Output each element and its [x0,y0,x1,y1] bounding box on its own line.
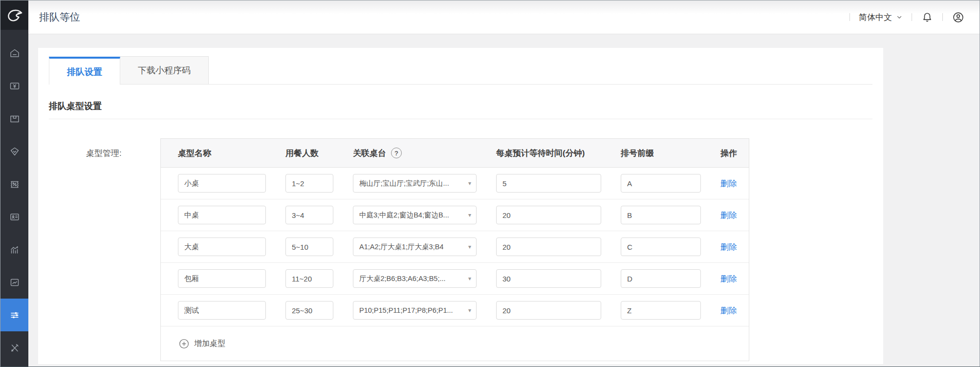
linked-tables-value: A1;A2;厅大桌1;厅大桌3;B4 [359,242,443,252]
add-table-type-button[interactable]: 增加桌型 [161,326,749,361]
sidebar-item-coupon[interactable] [0,168,28,200]
table-types-table: 桌型名称 用餐人数 关联桌台 ? 每桌预计等待时间(分钟) 排号前缀 操作 [160,138,749,361]
table-row: P10;P15;P11;P17;P8;P6;P1... ▾ 删除 [161,295,749,326]
people-count-input[interactable] [285,174,333,193]
people-count-input[interactable] [285,237,333,256]
main-area: 排队等位 简体中文 [28,0,980,367]
linked-tables-select[interactable]: P10;P15;P11;P17;P8;P6;P1... ▾ [353,301,477,320]
money-icon [9,80,21,92]
wait-time-input[interactable] [496,301,601,320]
help-icon[interactable]: ? [391,148,402,158]
coupon-icon [9,178,21,190]
home-icon [9,47,21,59]
id-card-icon [9,211,21,223]
tab-download-miniprogram-code[interactable]: 下载小程序码 [120,56,209,84]
sidebar-item-reports[interactable] [0,266,28,299]
table-type-name-input[interactable] [178,237,266,256]
people-count-input[interactable] [285,301,333,320]
sidebar-item-home[interactable] [0,37,28,69]
delete-link[interactable]: 删除 [720,241,750,253]
linked-tables-value: 厅大桌2;B6;B3;A6;A3;B5;... [359,274,446,283]
sidebar-item-goods[interactable] [0,102,28,135]
table-type-name-input[interactable] [178,301,266,320]
content-panel: 排队设置 下载小程序码 排队桌型设置 桌型管理: 桌型名称 用餐人数 [38,48,883,364]
language-selector[interactable]: 简体中文 [859,12,903,23]
table-type-management: 桌型管理: 桌型名称 用餐人数 关联桌台 ? 每桌预计等待时间(分钟) 排号前缀… [49,138,872,361]
col-header-prefix: 排号前缀 [621,148,701,159]
wait-time-input[interactable] [496,269,601,288]
col-header-tables-label: 关联桌台 [353,148,386,159]
sidebar-item-finance[interactable] [0,69,28,102]
table-row: A1;A2;厅大桌1;厅大桌3;B4 ▾ 删除 [161,231,749,263]
header-actions: 简体中文 [849,11,965,24]
table-row: 厅大桌2;B6;B3;A6;A3;B5;... ▾ 删除 [161,263,749,295]
sidebar-item-staff[interactable] [0,200,28,233]
divider [849,13,850,21]
brand-logo-icon [5,7,24,23]
prefix-input[interactable] [621,174,701,193]
wait-time-input[interactable] [496,206,601,224]
manage-label: 桌型管理: [86,138,160,361]
linked-tables-select[interactable]: 中庭3;中庭2;窗边B4;窗边B... ▾ [353,206,477,224]
analytics-icon [9,244,21,256]
prefix-input[interactable] [621,301,701,320]
delete-link[interactable]: 删除 [720,305,750,316]
table-type-name-input[interactable] [178,269,266,288]
linked-tables-select[interactable]: 梅山厅;宝山厅;宝武厅;东山... ▾ [353,174,477,193]
notifications-button[interactable] [921,11,934,23]
delete-link[interactable]: 删除 [720,273,750,284]
prefix-input[interactable] [621,269,701,288]
brand-logo[interactable] [0,0,28,30]
top-header: 排队等位 简体中文 [28,0,980,34]
col-header-tables: 关联桌台 ? [353,148,477,159]
table-header-row: 桌型名称 用餐人数 关联桌台 ? 每桌预计等待时间(分钟) 排号前缀 操作 [161,139,749,168]
wait-time-input[interactable] [496,237,601,256]
chevron-down-icon [896,14,903,21]
content-area: 排队设置 下载小程序码 排队桌型设置 桌型管理: 桌型名称 用餐人数 [28,34,980,367]
avatar-icon [952,11,965,24]
sidebar-item-membership[interactable] [0,135,28,168]
report-icon [9,277,21,288]
sliders-icon [9,309,21,321]
col-header-action: 操作 [720,148,750,159]
add-table-type-label: 增加桌型 [194,339,225,349]
linked-tables-value: 梅山厅;宝山厅;宝武厅;东山... [359,179,449,188]
language-label: 简体中文 [859,12,892,23]
section-title: 排队桌型设置 [49,100,872,112]
account-button[interactable] [952,11,965,24]
tab-queue-settings[interactable]: 排队设置 [49,57,120,85]
linked-tables-select[interactable]: A1;A2;厅大桌1;厅大桌3;B4 ▾ [353,237,477,256]
bell-icon [921,11,934,23]
tab-label: 下载小程序码 [138,65,191,76]
prefix-input[interactable] [621,206,701,224]
table-row: 梅山厅;宝山厅;宝武厅;东山... ▾ 删除 [161,168,749,199]
col-header-people: 用餐人数 [285,148,333,159]
delete-link[interactable]: 删除 [720,178,750,189]
linked-tables-value: P10;P15;P11;P17;P8;P6;P1... [359,306,453,314]
table-type-name-input[interactable] [178,174,266,193]
col-header-name: 桌型名称 [178,148,266,159]
select-caret-icon: ▾ [468,275,471,282]
people-count-input[interactable] [285,206,333,224]
people-count-input[interactable] [285,269,333,288]
wait-time-input[interactable] [496,174,601,193]
tab-bar: 排队设置 下载小程序码 [49,56,872,85]
divider [942,13,943,21]
page-title: 排队等位 [39,10,80,24]
divider [912,13,912,21]
plus-circle-icon [179,339,189,349]
divider [49,119,872,119]
linked-tables-select[interactable]: 厅大桌2;B6;B3;A6;A3;B5;... ▾ [353,269,477,288]
tab-label: 排队设置 [67,66,102,78]
sidebar-item-tools[interactable] [0,331,28,364]
sidebar-nav [0,37,28,364]
select-caret-icon: ▾ [468,212,471,218]
sidebar-item-analytics[interactable] [0,233,28,266]
select-caret-icon: ▾ [468,180,471,187]
tools-icon [9,342,21,354]
app-window: 排队等位 简体中文 [0,0,980,367]
table-type-name-input[interactable] [178,206,266,224]
delete-link[interactable]: 删除 [720,210,750,221]
prefix-input[interactable] [621,237,701,256]
sidebar-item-settings[interactable] [0,299,28,331]
